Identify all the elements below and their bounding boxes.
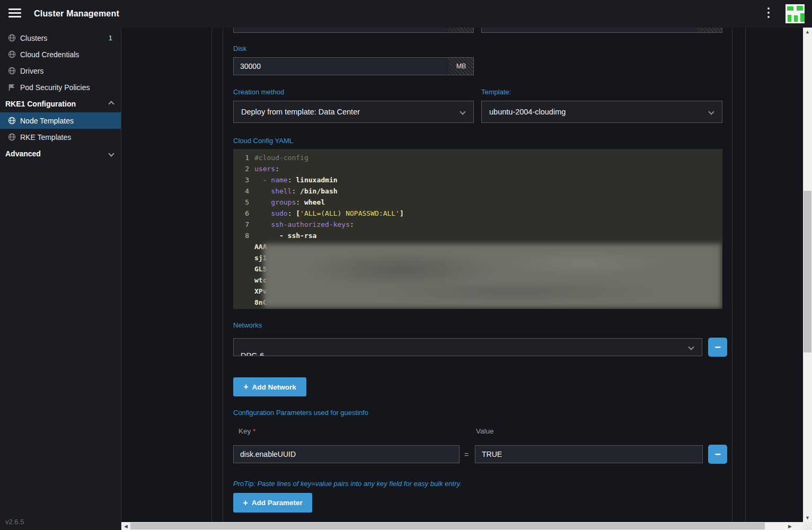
sidebar-section-label: Advanced <box>5 149 41 158</box>
disk-value: 30000 <box>240 62 261 70</box>
guestinfo-label: Configuration Parameters used for guesti… <box>233 409 368 417</box>
minus-icon: − <box>714 342 721 352</box>
menu-icon[interactable] <box>8 8 21 19</box>
memory-field-partial[interactable] <box>233 28 449 33</box>
panel-divider <box>223 28 223 522</box>
code-line: 6 sudo: ['ALL=(ALL) NOPASSWD:ALL'] <box>239 208 722 219</box>
sidebar-item-rke-templates[interactable]: RKE Templates <box>0 129 121 145</box>
sidebar-item-clusters[interactable]: Clusters 1 <box>0 30 121 46</box>
parameter-key-value: disk.enableUUID <box>240 450 296 458</box>
code-line: 2users: <box>239 163 722 174</box>
cloud-config-editor[interactable]: 1#cloud-config 2users: 3 - name: linuxad… <box>233 149 722 309</box>
chevron-down-icon <box>460 109 465 114</box>
horizontal-scrollbar[interactable]: ◀ ▶ <box>121 522 803 530</box>
sidebar-item-label: RKE Templates <box>20 133 71 142</box>
cloud-config-yaml-label: Cloud Config YAML <box>233 137 293 145</box>
sidebar-item-label: Cloud Credentials <box>20 50 79 59</box>
code-line: 5 groups: wheel <box>239 197 722 208</box>
chevron-down-icon <box>108 151 114 156</box>
scroll-down-arrow[interactable]: ▼ <box>803 514 812 522</box>
cpu-unit-addon-partial <box>698 28 722 33</box>
top-navigation-bar: Cluster Management <box>0 0 812 28</box>
protip-text: ProTip: Paste lines of key=value pairs i… <box>233 480 462 488</box>
page-title: Cluster Management <box>34 9 119 19</box>
sidebar-item-cloud-credentials[interactable]: Cloud Credentials <box>0 46 121 63</box>
sidebar-item-label: Drivers <box>20 67 43 75</box>
clusters-count-badge: 1 <box>109 34 112 42</box>
sidebar-section-advanced[interactable]: Advanced <box>0 145 121 162</box>
sidebar-section-label: RKE1 Configuration <box>5 100 76 108</box>
parameter-value-value: TRUE <box>482 450 502 458</box>
flag-icon <box>7 83 16 92</box>
add-network-label: Add Network <box>252 383 296 391</box>
creation-method-value: Deploy from template: Data Center <box>241 108 360 116</box>
kebab-menu-icon[interactable] <box>763 7 774 20</box>
sidebar-section-rke1-configuration[interactable]: RKE1 Configuration <box>0 95 121 112</box>
code-line: 4 shell: /bin/bash <box>239 186 722 197</box>
vertical-scrollbar-thumb[interactable] <box>804 191 811 352</box>
scroll-right-arrow[interactable]: ▶ <box>785 522 795 530</box>
scrollbar-corner <box>803 522 812 530</box>
minus-icon: − <box>714 449 721 460</box>
template-label: Template: <box>481 88 511 96</box>
add-network-button[interactable]: + Add Network <box>233 377 306 396</box>
scroll-up-arrow[interactable]: ▲ <box>803 28 812 36</box>
sidebar-item-label: Clusters <box>20 34 47 42</box>
globe-icon <box>7 133 16 142</box>
panel-divider <box>211 28 212 522</box>
template-value: ubuntu-2004-cloudimg <box>489 108 566 116</box>
disk-unit-label: MB <box>456 63 466 70</box>
scroll-left-arrow[interactable]: ◀ <box>121 522 130 530</box>
key-column-header: Key * <box>239 427 255 435</box>
code-line: 1#cloud-config <box>239 152 722 163</box>
network-value: DPG-6 <box>241 351 264 356</box>
remove-parameter-button[interactable]: − <box>708 445 727 464</box>
identicon-icon <box>785 4 805 23</box>
remove-network-button[interactable]: − <box>708 338 727 357</box>
cpu-field-partial[interactable] <box>481 28 698 33</box>
chevron-down-icon <box>688 344 694 350</box>
value-column-header: Value <box>476 427 494 435</box>
plus-icon: + <box>243 383 248 391</box>
equals-sign: = <box>464 450 469 459</box>
chevron-down-icon <box>708 109 714 114</box>
parameter-value-input[interactable]: TRUE <box>475 445 703 463</box>
sidebar-item-drivers[interactable]: Drivers <box>0 63 121 79</box>
code-line: 3 - name: linuxadmin <box>239 174 722 186</box>
globe-icon <box>7 67 16 75</box>
panel-divider <box>732 28 732 522</box>
networks-label: Networks <box>233 321 262 329</box>
parameter-key-input[interactable]: disk.enableUUID <box>233 445 460 463</box>
globe-icon <box>7 50 16 59</box>
template-select[interactable]: ubuntu-2004-cloudimg <box>481 101 722 123</box>
panel-divider <box>745 28 746 522</box>
code-line: 7 ssh-authorized-keys: <box>239 219 722 230</box>
add-parameter-button[interactable]: + Add Parameter <box>233 493 312 513</box>
globe-icon <box>7 34 16 42</box>
horizontal-scrollbar-thumb[interactable] <box>130 523 765 529</box>
disk-label: Disk <box>233 45 246 52</box>
version-label: v2.6.5 <box>5 518 24 526</box>
chevron-up-icon <box>108 101 114 107</box>
sidebar-item-label: Node Templates <box>20 117 74 125</box>
disk-unit-addon: MB <box>449 57 474 75</box>
sidebar-item-node-templates[interactable]: Node Templates <box>0 112 121 129</box>
user-avatar[interactable] <box>785 4 805 23</box>
sidebar-item-label: Pod Security Policies <box>20 83 90 92</box>
sidebar-item-pod-security-policies[interactable]: Pod Security Policies <box>0 79 121 95</box>
disk-input[interactable]: 30000 <box>233 57 449 75</box>
creation-method-label: Creation method <box>233 88 284 96</box>
add-parameter-label: Add Parameter <box>252 499 303 507</box>
cluster-management-window: Cluster Management Clusters 1 <box>0 0 812 530</box>
redacted-ssh-key-blur <box>263 244 721 308</box>
creation-method-select[interactable]: Deploy from template: Data Center <box>233 101 474 123</box>
code-line: 8 - ssh-rsa <box>239 230 722 241</box>
globe-icon <box>7 117 16 125</box>
vertical-scrollbar[interactable]: ▲ ▼ <box>803 28 812 522</box>
required-asterisk: * <box>253 427 255 435</box>
network-select[interactable]: DPG-6 <box>233 338 702 356</box>
memory-unit-addon-partial <box>449 28 474 33</box>
plus-icon: + <box>243 499 248 507</box>
sidebar: Clusters 1 Cloud Credentials Drivers Pod… <box>0 28 121 530</box>
